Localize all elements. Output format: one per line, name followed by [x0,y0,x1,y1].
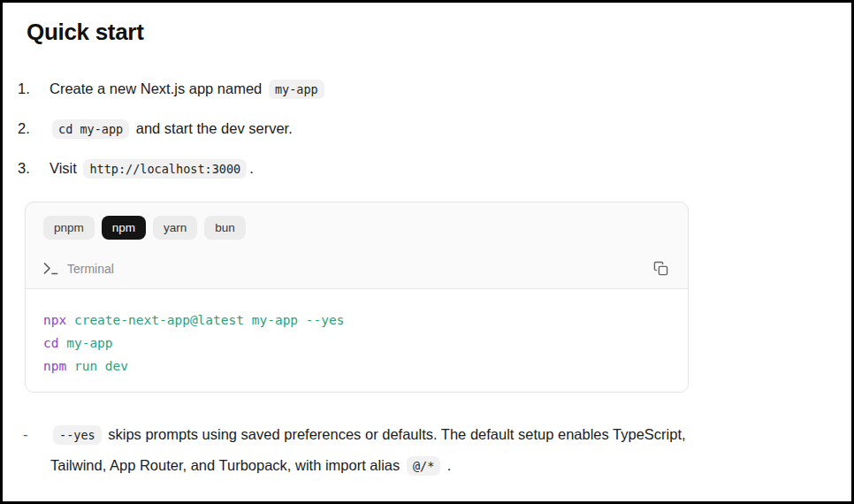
tab-yarn[interactable]: yarn [153,216,197,240]
code-line: cd my-app [43,332,670,355]
copy-icon [653,265,668,279]
note-text: --yes skips prompts using saved preferen… [50,419,689,481]
list-item-text: cd my-app and start the dev server. [50,118,829,141]
code-line: npm run dev [43,355,670,378]
tab-pnpm[interactable]: pnpm [43,216,95,240]
list-item: 1. Create a new Next.js app named my-app [18,78,829,101]
note-text-segment: . [443,457,451,473]
terminal-prompt-icon [43,262,58,275]
quick-start-steps: 1. Create a new Next.js app named my-app… [18,78,829,180]
package-manager-tabs: pnpm npm yarn bun [26,202,688,248]
page-title: Quick start [27,19,829,46]
code-command: cd [43,336,58,350]
list-item: 3. Visit http://localhost:3000. [18,157,829,180]
list-marker: - [23,419,39,481]
code-command: npx [43,313,66,327]
terminal-title: Terminal [43,262,114,276]
tab-bun[interactable]: bun [204,216,246,240]
inline-code: cd my-app [52,119,129,139]
code-arguments: create-next-app@latest my-app --yes [66,313,344,327]
list-item: 2. cd my-app and start the dev server. [18,118,829,141]
code-arguments: run dev [66,359,128,373]
step-text: Visit [50,160,80,176]
step-text: and start the dev server. [132,120,293,136]
copy-button[interactable] [652,259,670,278]
terminal-label: Terminal [67,262,114,276]
terminal-title-bar: Terminal [26,248,688,289]
note-text-segment: skips prompts using saved preferences or… [50,426,686,473]
inline-code: @/* [407,456,440,476]
list-marker: 1. [18,78,39,100]
code-command: npm [43,359,66,373]
code-block: npx create-next-app@latest my-app --yes … [26,289,688,392]
step-text: Create a new Next.js app named [50,80,266,96]
list-item-text: Visit http://localhost:3000. [50,157,829,180]
note-list-item: - --yes skips prompts using saved prefer… [23,419,829,481]
code-line: npx create-next-app@latest my-app --yes [43,309,670,332]
inline-code: http://localhost:3000 [83,159,247,179]
tab-npm[interactable]: npm [102,216,146,240]
code-arguments: my-app [58,336,112,350]
document-page: Quick start 1. Create a new Next.js app … [0,0,854,504]
code-block-card: pnpm npm yarn bun Terminal [25,202,689,393]
step-text: . [249,160,254,176]
inline-code: my-app [269,80,324,99]
list-marker: 3. [18,157,39,179]
list-item-text: Create a new Next.js app named my-app [50,78,829,101]
list-marker: 2. [18,118,39,140]
inline-code: --yes [53,425,102,445]
